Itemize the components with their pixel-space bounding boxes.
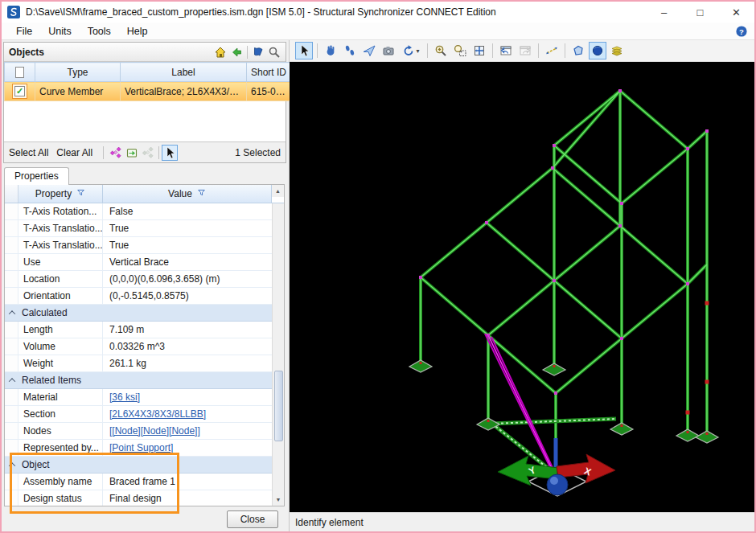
- select-icon[interactable]: [295, 42, 313, 59]
- clip-volume-icon[interactable]: [569, 42, 587, 59]
- clear-all-button[interactable]: Clear All: [56, 147, 92, 158]
- properties-panel: Properties Property Value ▲ T-Axis: [4, 166, 285, 506]
- property-value[interactable]: [36 ksi]: [103, 389, 272, 405]
- tab-properties[interactable]: Properties: [4, 167, 69, 185]
- properties-gutter-header: [5, 185, 18, 203]
- minimize-button[interactable]: –: [646, 2, 682, 23]
- cell-short-id: 615-024: [247, 82, 291, 101]
- menu-help[interactable]: Help: [119, 24, 156, 39]
- menu-units[interactable]: Units: [40, 24, 79, 39]
- view-previous-icon[interactable]: [497, 42, 515, 59]
- select-all-button[interactable]: Select All: [9, 147, 48, 158]
- property-value[interactable]: [Point Support]: [103, 440, 272, 456]
- property-group-object[interactable]: Object: [5, 457, 272, 474]
- scrollbar-thumb[interactable]: [274, 371, 283, 441]
- pan-icon[interactable]: [322, 42, 339, 59]
- collapse-chevron-icon[interactable]: [5, 305, 18, 321]
- menu-tools[interactable]: Tools: [80, 24, 119, 39]
- row-checkbox[interactable]: ✓: [14, 86, 25, 96]
- flag-icon[interactable]: [250, 44, 266, 60]
- close-button[interactable]: Close: [227, 510, 278, 528]
- scrollbar-up-arrow[interactable]: ▲: [272, 185, 284, 197]
- collapse-chevron-icon[interactable]: [5, 372, 18, 388]
- status-text: Identify element: [295, 517, 364, 528]
- svg-text:?: ?: [739, 27, 744, 35]
- home-icon[interactable]: [212, 44, 228, 60]
- property-group-related-items[interactable]: Related Items: [5, 372, 272, 389]
- property-row: Length7.109 m: [5, 322, 272, 338]
- property-value: (0,-0.5145,0.8575): [103, 288, 272, 304]
- collapse-chevron-icon[interactable]: [5, 457, 18, 473]
- view-panel: ▾ YX Identify element: [290, 40, 754, 531]
- toolbar-separator: [427, 43, 428, 58]
- camera-icon[interactable]: [380, 42, 397, 59]
- toolbar-separator: [492, 43, 493, 58]
- search-icon[interactable]: [266, 44, 282, 60]
- menu-file[interactable]: File: [8, 24, 40, 39]
- filter-icon[interactable]: [197, 188, 206, 199]
- select-all-checkbox[interactable]: ✓: [5, 63, 35, 82]
- objects-panel: Objects ✓ Type Label Short ID ✓Curve Mem…: [3, 42, 286, 163]
- property-name: Volume: [18, 338, 103, 355]
- close-bar: Close: [2, 506, 289, 531]
- column-header-type[interactable]: Type: [35, 63, 121, 82]
- view-next-icon: [516, 42, 534, 59]
- close-button[interactable]: ✕: [718, 2, 754, 23]
- dropdown-caret-icon[interactable]: ▾: [416, 47, 419, 55]
- property-name: Use: [18, 254, 103, 270]
- property-row: Volume0.03326 m^3: [5, 338, 272, 355]
- fly-icon[interactable]: [360, 42, 378, 59]
- property-row: Nodes[[Node][Node][Node]]: [5, 423, 272, 440]
- status-bar: Identify element: [290, 512, 754, 531]
- filter-icon[interactable]: [76, 188, 85, 199]
- property-name: Orientation: [18, 288, 103, 304]
- identify-icon[interactable]: [162, 145, 178, 161]
- walk-icon[interactable]: [341, 42, 359, 59]
- objects-table-row[interactable]: ✓Curve MemberVerticalBrace; 2L6X4X3/8X3/…: [5, 82, 291, 101]
- zoom-window-icon[interactable]: [451, 42, 469, 59]
- wireframe-model[interactable]: YX: [290, 62, 754, 512]
- property-name: T-Axis Rotation...: [18, 203, 103, 219]
- rotate-view-icon[interactable]: ▾: [399, 42, 423, 59]
- row-checkbox-cell[interactable]: ✓: [5, 82, 35, 101]
- zoom-in-icon[interactable]: [432, 42, 450, 59]
- back-icon[interactable]: [228, 44, 244, 60]
- isolate-selection-icon[interactable]: [124, 145, 140, 161]
- measure-icon[interactable]: [543, 42, 561, 59]
- properties-tab-strip: Properties: [4, 166, 285, 185]
- property-name: Nodes: [18, 423, 103, 439]
- property-row: Represented by...[Point Support]: [5, 440, 272, 457]
- property-value: (0,0,0)(0,6.096,3.658) (m): [103, 271, 272, 287]
- maximize-button[interactable]: □: [682, 2, 718, 23]
- column-header-value[interactable]: Value: [103, 185, 272, 203]
- toolbar-separator: [158, 146, 159, 159]
- layers-icon[interactable]: [608, 42, 626, 59]
- column-header-property[interactable]: Property: [18, 185, 103, 203]
- property-value: Vertical Brace: [103, 254, 272, 270]
- objects-panel-title: Objects: [9, 47, 44, 58]
- display-style-icon[interactable]: [589, 42, 606, 59]
- property-value: Final design: [103, 490, 272, 506]
- property-group-calculated[interactable]: Calculated: [5, 305, 272, 322]
- scrollbar-down-arrow[interactable]: ▼: [273, 494, 285, 506]
- column-header-short-id[interactable]: Short ID: [247, 63, 291, 82]
- property-row: T-Axis Translatio...True: [5, 220, 272, 237]
- fit-view-icon[interactable]: [470, 42, 488, 59]
- property-name: T-Axis Translatio...: [18, 237, 103, 253]
- property-row: T-Axis Rotation...False: [5, 203, 272, 220]
- property-value[interactable]: [[Node][Node][Node]]: [103, 423, 272, 439]
- property-value: True: [103, 237, 272, 253]
- help-icon[interactable]: ?: [735, 25, 748, 38]
- 3d-viewport[interactable]: YX: [290, 62, 754, 512]
- column-header-label[interactable]: Label: [121, 63, 247, 82]
- properties-scrollbar[interactable]: ▼: [272, 203, 284, 506]
- view-toolbar: ▾: [290, 40, 754, 62]
- property-row: Orientation(0,-0.5145,0.8575): [5, 288, 272, 305]
- property-row: UseVertical Brace: [5, 254, 272, 271]
- toolbar-separator: [247, 46, 248, 59]
- property-value[interactable]: [2L6X4X3/8X3/8LLBB]: [103, 406, 272, 422]
- property-name: Represented by...: [18, 440, 103, 456]
- fit-selection-icon[interactable]: [108, 145, 124, 161]
- property-value: False: [103, 203, 272, 219]
- property-name: Assembly name: [18, 474, 103, 490]
